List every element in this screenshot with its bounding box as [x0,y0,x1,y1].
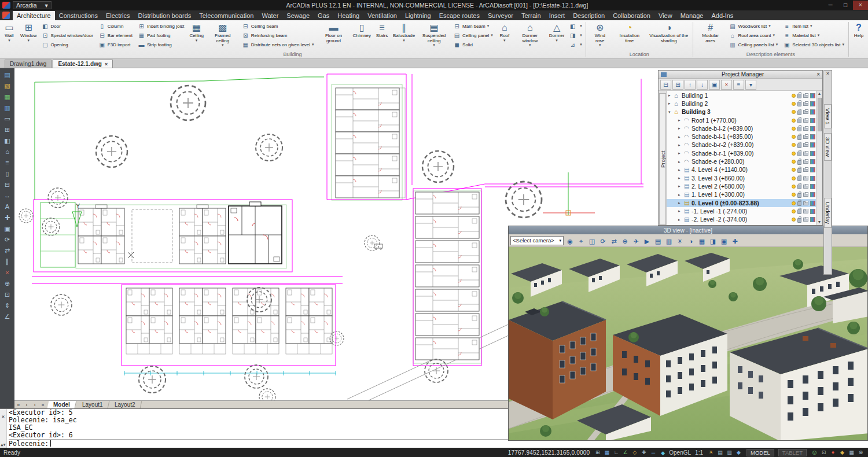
roof-area-count-button[interactable]: ⌂ Roof area count [727,31,781,40]
tree-row[interactable]: 1. Level 1 (+300.00) [667,191,822,199]
gallery-icon[interactable]: ▣ [719,235,729,246]
expander-icon[interactable] [678,193,684,197]
print-icon[interactable] [803,201,808,205]
visualization-shading-button[interactable]: ◑ Visualization of the shading [646,21,692,51]
copy-tool-icon[interactable]: ▣ [2,223,13,234]
tree-row[interactable]: 0. Level 0 (±0.00-823.88) [667,199,822,207]
zoom-3d-icon[interactable]: ⊕ [620,235,630,246]
visibility-bulb-icon[interactable] [792,185,796,189]
ribbon-tab[interactable]: Surveyor [484,11,517,20]
tree-row[interactable]: Roof 1 (+770.00) [667,116,822,124]
document-tab-active[interactable]: Estate-12.1.dwg [53,60,113,68]
layer-colors-icon[interactable] [810,151,815,156]
shadow-icon[interactable]: ◑ [686,235,696,246]
close-strip-icon[interactable] [826,71,829,78]
lock-icon[interactable] [797,185,801,189]
sun-icon[interactable]: ☀ [675,235,685,246]
rotate-tool-icon[interactable]: ⟳ [2,234,13,245]
ceiling-panel-button[interactable]: ▤ Ceiling panel [451,31,496,40]
visibility-bulb-icon[interactable] [792,201,796,205]
scroll-down-icon[interactable]: ▼ [818,219,822,225]
print-icon[interactable] [803,119,808,123]
wall-button[interactable]: ▭ Wall [1,21,18,51]
lock-icon[interactable] [797,160,801,165]
background-icon[interactable]: ◨ [708,235,718,246]
layer-colors-icon[interactable] [810,176,815,181]
bar-element-button[interactable]: ⊟ Bar element [96,31,135,40]
lock-icon[interactable] [797,218,801,223]
print-icon[interactable] [803,185,808,189]
print-icon[interactable] [803,143,808,147]
floor-on-ground-button[interactable]: ▬ Floor on ground [317,21,351,51]
record-camera-icon[interactable]: ◉ [565,235,575,246]
help-button[interactable]: ? Help [850,21,867,51]
ribbon-tab[interactable]: Manage [676,11,708,20]
item-list-button[interactable]: ≡ Item list [781,21,847,31]
solid-button[interactable]: ◼ Solid [451,40,496,49]
opening-button[interactable]: ▢ Opening [39,40,95,49]
lock-icon[interactable]: ◆ [735,449,742,455]
window-tool-icon[interactable]: ⊞ [2,124,13,135]
lock-icon[interactable] [797,176,801,181]
layer-colors-icon[interactable] [810,142,815,148]
maximize-button[interactable] [838,1,853,10]
first-layout-icon[interactable] [14,402,23,408]
expander-icon[interactable] [678,118,684,123]
layer-colors-icon[interactable] [810,192,815,197]
visibility-bulb-icon[interactable] [792,218,796,222]
print-icon[interactable] [803,102,808,106]
filter-icon[interactable]: ▾ [745,80,756,90]
layer-colors-icon[interactable] [810,118,815,123]
close-button[interactable] [853,1,868,10]
layer-colors-icon[interactable] [810,101,815,106]
save-drawing-icon[interactable]: ▦ [2,91,13,102]
ribbon-tab[interactable]: View [654,11,676,20]
ceiling-beam-button[interactable]: ⊟ Ceiling beam [240,21,317,31]
layer-colors-icon[interactable] [810,109,815,115]
last-layout-icon[interactable] [39,402,47,408]
scrollbar-thumb[interactable] [818,98,822,131]
move-level-down-icon[interactable]: ↓ [697,80,708,90]
tree-row[interactable]: 4. Level 4 (+1140.00) [667,166,822,174]
terrain-tool-mini-button[interactable]: ⊿ [567,40,584,49]
layers-icon[interactable]: ▤ [716,449,724,455]
tab-layout2[interactable]: Layout2 [109,401,142,408]
walk-mode-icon[interactable]: ▶ [642,235,652,246]
open-drawing-icon[interactable]: ▧ [2,80,13,91]
reinforcing-beam-button[interactable]: ⊠ Reinforcing beam [240,31,317,40]
visibility-bulb-icon[interactable] [792,127,796,131]
annotation-scale-icon[interactable]: ▥ [726,449,733,455]
door-tool-icon[interactable]: ◧ [2,135,13,146]
ribbon-tab[interactable]: Description [569,11,609,20]
print-icon[interactable] [803,110,808,114]
expander-icon[interactable] [678,135,684,139]
tab-3d-view[interactable]: 3D view [824,133,832,161]
ribbon-tab[interactable]: Escape routes [435,11,484,20]
expander-icon[interactable] [668,93,674,98]
text-tool-icon[interactable]: A [2,201,13,212]
insert-binding-joist-button[interactable]: ⊞ Insert binding joist [135,21,187,31]
lock-icon[interactable] [797,119,801,123]
print-icon[interactable] [803,94,808,98]
expander-icon[interactable] [678,168,684,172]
model-space-button[interactable]: MODEL [746,449,774,456]
expander-icon[interactable] [678,126,684,131]
lock-icon[interactable] [797,152,801,156]
tree-row[interactable]: Schade-b-r-2 (+839.00) [667,141,822,149]
osnap-icon[interactable]: ◇ [631,449,638,455]
measure-tool-icon[interactable]: ∠ [2,311,13,322]
ribbon-tab[interactable]: Distribution boards [134,11,196,20]
scale-indicator[interactable]: 1:1 [695,449,703,456]
ribbon-tab[interactable]: Gas [314,11,333,20]
render-settings-icon[interactable]: ✚ [730,235,740,246]
f3d-import-button[interactable]: ▣ F3D import [96,40,135,49]
visibility-bulb-icon[interactable] [792,193,796,197]
visibility-bulb-icon[interactable] [792,168,796,172]
suspended-ceiling-button[interactable]: ▤ Suspended ceiling [417,21,451,51]
wall-tool-icon[interactable]: ▭ [2,113,13,124]
tree-row[interactable]: -1. Level -1 (-274.00) [667,207,822,215]
expander-icon[interactable] [678,201,684,205]
tree-row[interactable]: 3. Level 3 (+860.00) [667,174,822,182]
ribbon-tab[interactable]: Heating [333,11,363,20]
layer-colors-icon[interactable] [810,201,815,206]
